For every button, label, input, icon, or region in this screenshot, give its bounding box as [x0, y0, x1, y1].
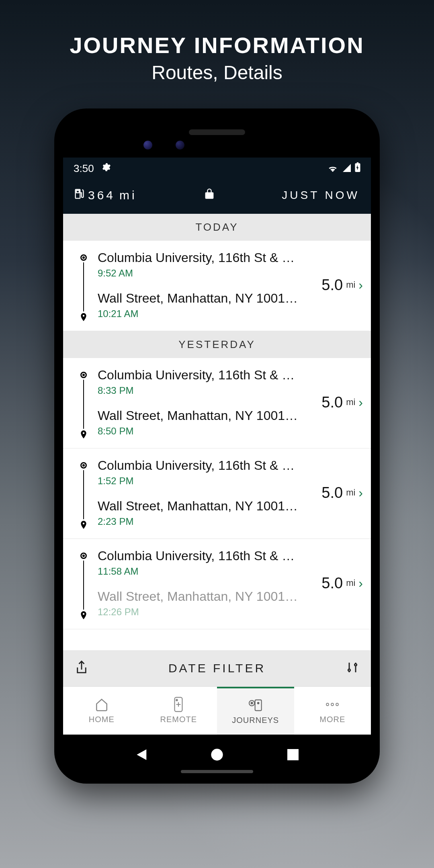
- journey-item[interactable]: Columbia University, 116th St & … 8:33 P…: [63, 358, 371, 448]
- promo-title: JOURNEY INFORMATION: [0, 32, 434, 58]
- sync-status[interactable]: JUST NOW: [282, 189, 360, 202]
- journey-item[interactable]: Columbia University, 116th St & … 1:52 P…: [63, 448, 371, 539]
- distance-value: 5.0: [321, 484, 343, 502]
- nav-home[interactable]: HOME: [63, 687, 140, 735]
- more-icon: [325, 697, 340, 712]
- destination-pin-icon: [80, 611, 87, 618]
- destination-name: Wall Street, Manhattan, NY 1001…: [98, 408, 303, 423]
- distance-value: 5.0: [321, 394, 343, 411]
- origin-dot-icon: [80, 372, 87, 378]
- journey-details: Columbia University, 116th St & … 9:52 A…: [90, 250, 303, 319]
- journey-list[interactable]: TODAY Columbia University, 116th St & … …: [63, 214, 371, 686]
- distance-unit: mi: [346, 487, 355, 498]
- svg-rect-12: [287, 749, 299, 760]
- fuel-icon: [74, 188, 84, 202]
- destination-time: 2:23 PM: [98, 516, 303, 527]
- svg-point-11: [211, 749, 223, 760]
- signal-icon: [342, 162, 351, 175]
- date-filter-bar: DATE FILTER: [63, 650, 371, 686]
- route-indicator: [78, 549, 90, 618]
- battery-icon: [355, 162, 360, 175]
- wifi-icon: [328, 162, 338, 175]
- gear-icon: [101, 162, 111, 175]
- range-value: 364: [88, 188, 115, 202]
- nav-label: HOME: [89, 715, 115, 724]
- origin-dot-icon: [80, 462, 87, 469]
- destination-pin-icon: [80, 430, 87, 437]
- nav-more[interactable]: MORE: [294, 687, 371, 735]
- origin-time: 8:33 PM: [98, 385, 303, 396]
- android-recents-button[interactable]: [285, 747, 301, 763]
- origin-name: Columbia University, 116th St & …: [98, 549, 303, 563]
- destination-name: Wall Street, Manhattan, NY 1001…: [98, 291, 303, 306]
- origin-dot-icon: [80, 553, 87, 559]
- section-header-yesterday: YESTERDAY: [63, 331, 371, 358]
- app-header: 364 mi JUST NOW: [63, 180, 371, 214]
- distance-unit: mi: [346, 280, 355, 290]
- journey-item[interactable]: Columbia University, 116th St & … 11:58 …: [63, 539, 371, 629]
- journey-distance: 5.0 mi ›: [303, 549, 363, 618]
- range-unit: mi: [119, 188, 137, 202]
- svg-point-7: [258, 702, 259, 704]
- phone-screen: 3:50: [63, 158, 371, 735]
- android-home-button[interactable]: [209, 747, 225, 763]
- filter-settings-button[interactable]: [346, 661, 359, 676]
- origin-time: 11:58 AM: [98, 566, 303, 577]
- android-status-bar: 3:50: [63, 158, 371, 180]
- nav-label: REMOTE: [160, 715, 197, 724]
- android-back-button[interactable]: [133, 747, 149, 763]
- route-line: [83, 262, 84, 311]
- home-indicator: [181, 770, 253, 773]
- sliders-icon: [346, 661, 359, 674]
- phone-camera: [143, 141, 152, 149]
- svg-rect-1: [76, 190, 79, 193]
- chevron-right-icon: ›: [358, 576, 363, 591]
- destination-pin-icon: [80, 313, 87, 319]
- nav-label: MORE: [319, 715, 345, 724]
- route-indicator: [78, 458, 90, 527]
- date-filter-label[interactable]: DATE FILTER: [168, 661, 266, 675]
- route-line: [83, 470, 84, 519]
- nav-remote[interactable]: REMOTE: [140, 687, 217, 735]
- share-button[interactable]: [75, 660, 88, 676]
- origin-name: Columbia University, 116th St & …: [98, 368, 303, 383]
- route-indicator: [78, 250, 90, 319]
- lock-status[interactable]: [205, 188, 214, 203]
- range-indicator[interactable]: 364 mi: [74, 188, 137, 202]
- origin-name: Columbia University, 116th St & …: [98, 250, 303, 265]
- nav-journeys[interactable]: JOURNEYS: [217, 687, 294, 735]
- destination-time: 10:21 AM: [98, 308, 303, 319]
- origin-dot-icon: [80, 254, 87, 261]
- destination-name: Wall Street, Manhattan, NY 1001…: [98, 589, 303, 604]
- distance-value: 5.0: [321, 276, 343, 294]
- status-time: 3:50: [74, 162, 94, 175]
- origin-time: 9:52 AM: [98, 268, 303, 279]
- chevron-right-icon: ›: [358, 278, 363, 293]
- journeys-icon: [248, 698, 264, 712]
- destination-name: Wall Street, Manhattan, NY 1001…: [98, 499, 303, 514]
- share-icon: [75, 660, 88, 675]
- journey-item[interactable]: Columbia University, 116th St & … 9:52 A…: [63, 241, 371, 331]
- route-indicator: [78, 368, 90, 437]
- promo-header: JOURNEY INFORMATION Routes, Details: [0, 0, 434, 84]
- origin-time: 1:52 PM: [98, 475, 303, 487]
- destination-time: 12:26 PM: [98, 606, 303, 618]
- bottom-nav: HOME REMOTE JOURNEYS: [63, 686, 371, 735]
- svg-point-3: [176, 699, 178, 701]
- journey-distance: 5.0 mi ›: [303, 458, 363, 527]
- destination-pin-icon: [80, 521, 87, 527]
- android-nav-bar: [63, 747, 371, 763]
- svg-rect-4: [255, 700, 261, 711]
- remote-icon: [174, 697, 183, 712]
- section-header-today: TODAY: [63, 214, 371, 241]
- phone-frame: 3:50: [54, 108, 380, 784]
- chevron-right-icon: ›: [358, 485, 363, 500]
- journey-details: Columbia University, 116th St & … 1:52 P…: [90, 458, 303, 527]
- distance-unit: mi: [346, 397, 355, 407]
- lock-icon: [205, 188, 214, 200]
- route-line: [83, 561, 84, 610]
- distance-unit: mi: [346, 578, 355, 588]
- route-line: [83, 380, 84, 429]
- svg-point-6: [251, 702, 252, 704]
- nav-label: JOURNEYS: [232, 716, 279, 725]
